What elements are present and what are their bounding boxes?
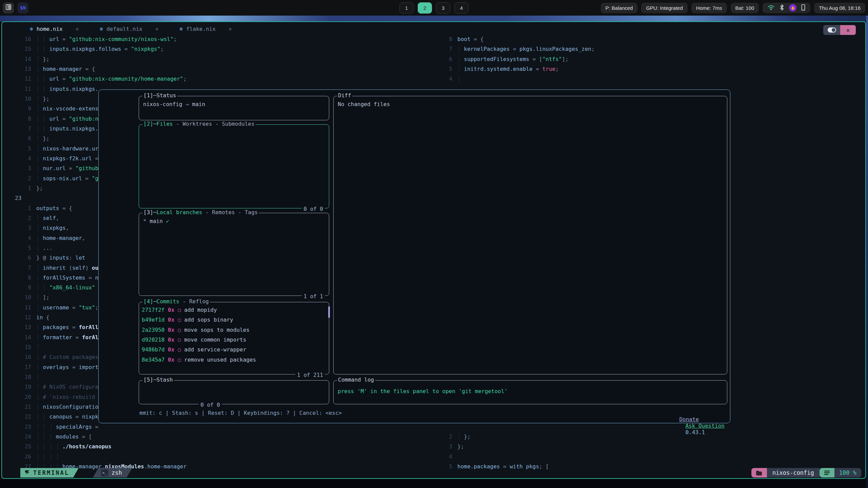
line-number: 10 — [15, 96, 31, 102]
code-text: boot = { — [457, 36, 484, 42]
current-line-number: 23 — [15, 195, 31, 201]
commits-scrollbar[interactable] — [328, 306, 330, 318]
line-number: 8 — [15, 116, 31, 122]
code-line: 4 home-manager, — [15, 233, 85, 243]
tab-close-icon[interactable]: × — [76, 26, 79, 32]
shell-tab[interactable]: >_ zsh — [93, 468, 132, 477]
firefox-flame-icon[interactable] — [789, 4, 796, 12]
code-line: 12in { — [15, 312, 50, 322]
code-line: 8 forAllSystems = n — [15, 273, 98, 283]
line-number: 19 — [15, 384, 31, 390]
line-number: 3 — [15, 225, 31, 231]
editor-tab-bar: ❄home.nix×❄default.nix×❄flake.nix× — [30, 24, 232, 33]
donate-link[interactable]: Donate — [679, 416, 699, 423]
nix-snowflake-icon: ❄ — [180, 26, 183, 32]
phone-icon[interactable] — [801, 4, 806, 12]
nix-shell-button[interactable]: $N — [17, 2, 28, 14]
commit-row[interactable]: b49ef1d 0x ○ add sops binary — [142, 315, 326, 325]
pin-toggle-button[interactable] — [823, 25, 840, 35]
commit-message: move common imports — [181, 337, 246, 343]
tab-default.nix[interactable]: ❄default.nix× — [100, 26, 158, 32]
code-line: 11 inputs.nixpkgs. — [15, 84, 98, 94]
commit-row[interactable]: 2a23950 0x ○ move sops to modules — [142, 325, 326, 335]
code-text: formatter = forAl — [36, 334, 98, 341]
terminal-window: ❄home.nix×❄default.nix×❄flake.nix× × 16 … — [1, 21, 866, 479]
code-text — [457, 76, 464, 82]
workspace-button-2[interactable]: 2 — [418, 2, 432, 14]
code-line: 24 modules = [ — [15, 432, 92, 442]
line-number: 2 — [15, 215, 31, 221]
line-number: 12 — [15, 76, 31, 82]
network-wifi-icon[interactable] — [767, 4, 775, 12]
line-number: 8 — [436, 36, 452, 42]
status-pill-2[interactable]: Home: 7ms — [691, 3, 727, 13]
line-number: 4 — [15, 155, 31, 162]
tab-close-icon[interactable]: × — [155, 26, 159, 32]
code-text: nixpkgs, — [36, 225, 69, 231]
line-number: 6 — [15, 135, 31, 142]
code-line: 26 — [15, 451, 62, 461]
commit-row[interactable]: d920218 0x ○ move common imports — [142, 335, 326, 345]
code-line: 6 supportedFilesystems = ["ntfs"]; — [436, 54, 569, 64]
code-line: 21 nixosConfiguratio — [15, 402, 98, 412]
code-line: 16 # Custom packages — [15, 352, 98, 362]
diff-panel-title: Diff — [337, 92, 352, 99]
workspace-button-4[interactable]: 4 — [454, 2, 469, 14]
clock[interactable]: Thu Aug 08, 18:16 — [814, 3, 865, 13]
code-text: sops-nix.url = "g — [36, 175, 98, 182]
lazygit-commits-panel[interactable]: [4]─Commits - Reflog 2717f2f 0x ○ add mo… — [139, 302, 329, 374]
tab-label: home.nix — [37, 26, 63, 32]
commit-message: remove unused packages — [181, 357, 256, 363]
files-count: 0 of 0 — [302, 206, 325, 212]
code-line: 12 url = "github:nix-community/home-mana… — [15, 74, 186, 84]
workspace-button-1[interactable]: 1 — [399, 2, 414, 14]
commit-message: add sops binary — [181, 317, 233, 323]
code-line: 3 nur.url = "github — [15, 163, 98, 173]
mode-badge: TERMINAL — [20, 468, 79, 477]
tab-flake.nix[interactable]: ❄flake.nix× — [180, 26, 232, 32]
branch-list-item[interactable]: * main ✓ — [139, 213, 329, 229]
line-number: 26 — [15, 453, 31, 460]
lazygit-diff-panel[interactable]: Diff No changed files — [333, 96, 727, 374]
lazygit-status-panel[interactable]: [1]─Status nixos-config → main — [139, 96, 329, 120]
line-number: 13 — [15, 324, 31, 330]
commit-row[interactable]: 8e345a7 0x ○ remove unused packages — [142, 355, 326, 365]
commit-hash: 2717f2f — [142, 307, 164, 313]
line-number: 9 — [15, 105, 31, 112]
scroll-percent-badge: 100 % — [834, 468, 861, 477]
tab-close-icon[interactable]: × — [229, 26, 232, 32]
window-controls: × — [823, 25, 856, 35]
workspace-button-3[interactable]: 3 — [436, 2, 450, 14]
nix-snowflake-icon: ❄ — [100, 26, 103, 32]
commit-author: 0x — [164, 317, 174, 323]
commit-row[interactable]: 9486b7d 0x ○ add service-wrapper — [142, 345, 326, 354]
line-number: 5 — [15, 245, 31, 251]
scroll-list-icon — [820, 468, 834, 477]
app-launcher-button[interactable] — [3, 2, 14, 14]
line-number: 17 — [15, 364, 31, 370]
code-text: ./hosts/canopus — [36, 443, 112, 450]
status-pill-3[interactable]: Bat: 100 — [731, 3, 759, 13]
status-pill-0[interactable]: P: Balanced — [601, 3, 638, 13]
code-line: 2 self, — [15, 213, 59, 223]
tab-home.nix[interactable]: ❄home.nix× — [30, 26, 79, 32]
code-text: self, — [36, 215, 59, 221]
system-tray[interactable] — [763, 3, 810, 13]
lazygit-files-panel[interactable]: [2]─Files - Worktrees - Submodules 0 of … — [139, 124, 329, 208]
ask-question-link[interactable]: Ask Question — [685, 423, 725, 429]
close-window-button[interactable]: × — [840, 25, 856, 35]
top-bar: $N 1234 P: BalancedGPU: IntegratedHome: … — [0, 0, 868, 16]
commit-hash: 8e345a7 — [142, 357, 164, 363]
lazygit-branches-panel[interactable]: [3]─Local branches - Remotes - Tags * ma… — [139, 213, 329, 296]
line-number: 6 — [436, 56, 452, 62]
line-number: 7 — [15, 125, 31, 132]
status-pill-1[interactable]: GPU: Integrated — [641, 3, 687, 13]
code-text — [36, 344, 43, 350]
command-log-title: Command log — [337, 377, 375, 383]
line-number: 3 — [15, 165, 31, 171]
lazygit-command-log-panel[interactable]: Command log press 'M' in the files panel… — [333, 380, 727, 404]
commit-row[interactable]: 2717f2f 0x ○ add mopidy — [142, 305, 326, 315]
lazygit-stash-panel[interactable]: [5]─Stash 0 of 0 — [139, 380, 329, 404]
code-text: packages = forAll — [36, 324, 98, 330]
bluetooth-icon[interactable] — [779, 4, 785, 12]
